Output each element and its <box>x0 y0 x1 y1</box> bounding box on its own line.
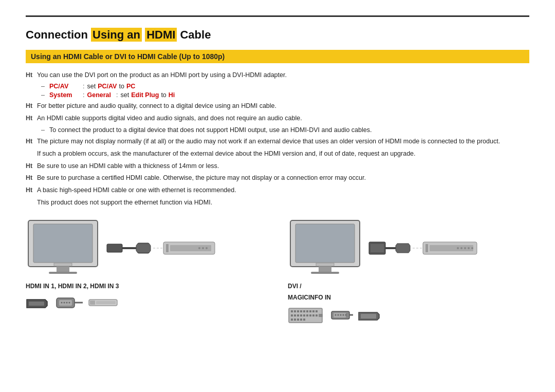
svg-rect-48 <box>294 310 296 312</box>
svg-point-75 <box>340 314 342 316</box>
dvi-hdmi-end <box>358 306 383 324</box>
bullet-text-2: For better picture and audio quality, co… <box>37 101 529 111</box>
diagram-dvi-content <box>288 218 529 278</box>
dvi-cable-middle <box>330 306 354 324</box>
bullet-text-6: Be sure to purchase a certified HDMI cab… <box>37 173 529 183</box>
svg-rect-70 <box>319 314 323 317</box>
svg-rect-26 <box>90 301 95 305</box>
sub-bullet-1: – To connect the product to a digital de… <box>41 125 529 135</box>
svg-marker-36 <box>396 244 410 253</box>
svg-rect-63 <box>312 314 314 316</box>
diagram-hdmi-label: HDMI IN 1, HDMI IN 2, HDMI IN 3 <box>26 283 267 290</box>
svg-rect-1 <box>33 224 92 263</box>
svg-rect-49 <box>297 310 299 312</box>
setting-key-system: System <box>49 91 80 99</box>
top-border-line <box>26 15 529 17</box>
svg-point-77 <box>345 314 347 316</box>
monitor-right <box>288 218 362 278</box>
setting-line-2: – System : General : set Edit Plug to Hi <box>41 91 529 99</box>
svg-point-42 <box>460 247 462 249</box>
svg-point-20 <box>61 302 63 303</box>
svg-rect-34 <box>371 244 384 252</box>
diagram-hdmi-content <box>26 218 267 278</box>
svg-rect-4 <box>54 263 72 266</box>
bullet-label-5: Ht <box>26 161 37 171</box>
dvi-cable-svg <box>366 233 479 264</box>
bullet-label-2: Ht <box>26 101 37 111</box>
svg-rect-60 <box>303 314 305 316</box>
sub-bullet-dash: – <box>41 125 49 135</box>
svg-rect-66 <box>294 319 296 321</box>
svg-rect-56 <box>291 314 293 316</box>
bullet-label-4: Ht <box>26 137 37 146</box>
diagrams-row: HDMI IN 1, HDMI IN 2, HDMI IN 3 <box>26 218 529 326</box>
bullet-text-5: Be sure to use an HDMI cable with a thic… <box>37 161 529 171</box>
svg-rect-62 <box>309 314 311 316</box>
section-header: Using an HDMI Cable or DVI to HDMI Cable… <box>26 50 529 63</box>
bullet-text-3: An HDMI cable supports digital video and… <box>37 114 529 123</box>
svg-point-44 <box>468 247 470 249</box>
svg-point-43 <box>464 247 466 249</box>
svg-rect-65 <box>291 319 293 321</box>
svg-rect-32 <box>316 263 334 266</box>
svg-rect-61 <box>306 314 308 316</box>
svg-point-73 <box>335 314 337 316</box>
diagram-dvi: DVI / MAGICINFO IN <box>288 218 529 326</box>
diagram-dvi-labels: DVI / MAGICINFO IN <box>288 278 529 301</box>
bullet-item-3: Ht An HDMI cable supports digital video … <box>26 114 529 123</box>
svg-rect-68 <box>300 319 302 321</box>
svg-rect-3 <box>49 272 77 274</box>
diagram-hdmi: HDMI IN 1, HDMI IN 2, HDMI IN 3 <box>26 218 267 326</box>
bullet-label-7: Ht <box>26 185 37 195</box>
svg-rect-80 <box>361 314 376 319</box>
svg-rect-2 <box>57 267 69 272</box>
svg-point-41 <box>457 247 459 249</box>
setting-val-editplug: Edit Plug <box>131 91 159 99</box>
svg-rect-39 <box>425 244 428 252</box>
hdmi-cable-bottom <box>26 294 267 312</box>
bullet-item-4: Ht The picture may not display normally … <box>26 137 529 146</box>
setting-val-hi: Hi <box>169 91 175 99</box>
svg-rect-12 <box>170 245 211 251</box>
bullet-text-7b: This product does not support the ethern… <box>37 198 529 208</box>
page-title: Connection Using an HDMI Cable <box>26 28 529 42</box>
page-container: Connection Using an HDMI Cable Using an … <box>0 0 555 336</box>
svg-rect-47 <box>291 310 293 312</box>
hdmi-adapter-icon <box>88 295 119 310</box>
bullet-text-4b: If such a problem occurs, ask the manufa… <box>37 149 529 159</box>
setting-sub-general: General <box>87 91 111 99</box>
bullet-text-4: The picture may not display normally (if… <box>37 137 529 146</box>
svg-rect-64 <box>316 314 318 316</box>
svg-point-13 <box>198 247 200 249</box>
svg-rect-57 <box>294 314 296 316</box>
sub-bullet-text: To connect the product to a digital devi… <box>49 125 372 135</box>
svg-point-22 <box>66 302 68 303</box>
dvi-cable-bottom <box>288 305 529 326</box>
svg-rect-30 <box>319 267 331 272</box>
svg-rect-58 <box>297 314 299 316</box>
setting-val-pc: PC <box>126 83 135 90</box>
svg-point-23 <box>69 302 70 303</box>
bullet-text-7: A basic high-speed HDMI cable or one wit… <box>37 185 529 195</box>
svg-marker-8 <box>136 244 151 253</box>
svg-rect-29 <box>295 224 355 263</box>
svg-point-14 <box>202 247 204 249</box>
svg-point-15 <box>206 247 208 249</box>
monitor-right-svg <box>288 218 362 277</box>
svg-rect-69 <box>303 319 305 321</box>
bullet-item-6: Ht Be sure to purchase a certified HDMI … <box>26 173 529 183</box>
svg-rect-50 <box>300 310 302 312</box>
svg-rect-53 <box>309 310 311 312</box>
diagram-dvi-label1: DVI / <box>288 283 529 290</box>
hdmi-flat-icon <box>26 295 51 310</box>
svg-rect-5 <box>107 244 122 252</box>
diagram-dvi-label2: MAGICINFO IN <box>288 294 529 301</box>
setting-line-1: – PC/AV : set PC/AV to PC <box>41 83 529 90</box>
svg-rect-31 <box>311 272 339 274</box>
svg-point-45 <box>471 247 473 249</box>
hdmi-round-icon <box>55 294 84 312</box>
bullet-item-7b: This product does not support the ethern… <box>26 198 529 208</box>
monitor-left-svg <box>26 218 100 277</box>
svg-rect-55 <box>316 310 318 312</box>
bullet-item-7: Ht A basic high-speed HDMI cable or one … <box>26 185 529 195</box>
